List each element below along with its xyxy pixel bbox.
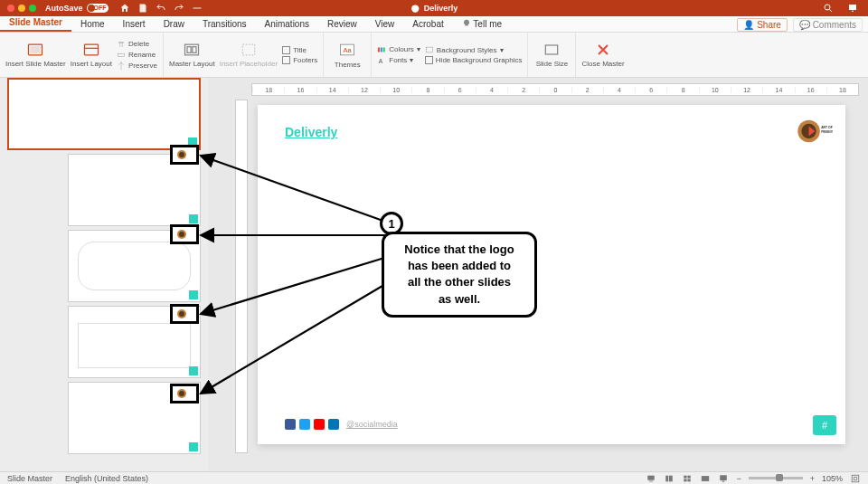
thumbnail-badge-icon [189, 366, 198, 375]
close-master-button[interactable]: Close Master [581, 41, 624, 69]
tab-home[interactable]: Home [71, 16, 114, 32]
twitter-icon[interactable] [299, 419, 310, 430]
home-icon[interactable] [119, 3, 130, 14]
close-icon [594, 41, 612, 59]
tab-acrobat[interactable]: Acrobat [403, 16, 452, 32]
status-view-label: Slide Master [7, 474, 52, 483]
master-layout-button[interactable]: Master Layout [169, 41, 215, 69]
search-icon[interactable] [823, 3, 834, 14]
checkbox-icon [282, 56, 290, 64]
vertical-ruler[interactable] [235, 100, 248, 453]
themes-button[interactable]: Aa Themes [329, 41, 365, 69]
slide-thumbnails-panel [0, 78, 208, 471]
preserve-button[interactable]: Preserve [117, 62, 157, 71]
slide-canvas[interactable]: Deliverly ART OF PRESENTATIONS @socialme… [258, 105, 845, 444]
qat-more-icon[interactable] [192, 3, 203, 14]
social-handle-text[interactable]: @socialmedia [346, 420, 398, 429]
comments-button[interactable]: 💬 Comments [793, 18, 863, 32]
close-window-icon[interactable] [7, 5, 14, 12]
ribbon-group-edit-theme: Aa Themes [324, 33, 372, 77]
tab-review[interactable]: Review [318, 16, 366, 32]
notes-view-icon[interactable] [646, 474, 656, 483]
linkedin-icon[interactable] [328, 419, 339, 430]
autosave-toggle[interactable]: OFF [87, 4, 108, 13]
tab-animations[interactable]: Animations [256, 16, 318, 32]
quick-access-toolbar [119, 3, 203, 14]
company-logo[interactable]: ART OF PRESENTATIONS [795, 118, 833, 145]
share-button[interactable]: 👤 Share [737, 18, 787, 32]
hide-background-checkbox[interactable]: Hide Background Graphics [425, 56, 523, 64]
zoom-in-button[interactable]: + [810, 474, 815, 483]
ribbon-group-size: Slide Size [528, 33, 576, 77]
slide-number-badge[interactable] [813, 415, 836, 435]
insert-layout-icon [82, 41, 100, 59]
footers-checkbox[interactable]: Footers [282, 56, 317, 64]
svg-rect-15 [381, 47, 382, 52]
mini-logo-icon [176, 149, 193, 160]
svg-rect-44 [684, 479, 687, 481]
insert-slide-master-label: Insert Slide Master [5, 61, 66, 69]
tell-me-search[interactable]: Tell me [453, 16, 511, 32]
svg-point-37 [179, 391, 184, 396]
rename-button[interactable]: Rename [117, 51, 157, 60]
present-icon[interactable] [846, 3, 859, 14]
tab-transitions[interactable]: Transitions [193, 16, 256, 32]
zoom-out-button[interactable]: − [736, 474, 741, 483]
svg-rect-14 [378, 47, 380, 52]
slide-title-placeholder[interactable]: Deliverly [285, 125, 337, 139]
svg-rect-42 [684, 475, 687, 478]
themes-icon: Aa [338, 41, 356, 59]
minimize-window-icon[interactable] [18, 5, 25, 12]
tab-insert[interactable]: Insert [114, 16, 155, 32]
redo-icon[interactable] [174, 3, 184, 14]
reading-view-icon[interactable] [700, 474, 711, 483]
delete-button[interactable]: Delete [117, 40, 157, 49]
facebook-icon[interactable] [285, 419, 296, 430]
status-language[interactable]: English (United States) [65, 474, 148, 483]
save-icon[interactable] [137, 3, 148, 14]
insert-placeholder-button[interactable]: Insert Placeholder [220, 41, 278, 69]
slide-size-label: Slide Size [536, 61, 569, 69]
tab-view[interactable]: View [366, 16, 404, 32]
sorter-view-icon[interactable] [682, 474, 693, 483]
social-icons-row: @socialmedia [285, 419, 398, 430]
titlebar-right [823, 3, 868, 14]
autosave-state: OFF [94, 5, 107, 11]
slideshow-view-icon[interactable] [718, 474, 729, 483]
slide-size-button[interactable]: Slide Size [533, 41, 570, 69]
share-label: Share [757, 20, 781, 30]
menu-tabs: Slide Master Home Insert Draw Transition… [0, 16, 868, 33]
zoom-slider[interactable] [749, 477, 803, 479]
normal-view-icon[interactable] [664, 474, 675, 483]
insert-slide-master-button[interactable]: Insert Slide Master [5, 41, 66, 69]
tab-draw[interactable]: Draw [155, 16, 193, 32]
tab-slide-master[interactable]: Slide Master [0, 14, 71, 32]
undo-icon[interactable] [156, 3, 166, 14]
svg-rect-43 [688, 475, 691, 478]
title-checkbox[interactable]: Title [282, 46, 317, 54]
annotation-text: has been added to [397, 258, 522, 274]
document-title-text: Deliverly [424, 4, 458, 13]
youtube-icon[interactable] [314, 419, 325, 430]
fit-to-window-icon[interactable] [850, 474, 861, 483]
insert-layout-label: Insert Layout [71, 61, 112, 69]
svg-point-1 [411, 5, 419, 12]
master-slide-thumbnail[interactable] [7, 78, 201, 150]
zoom-level[interactable]: 105% [822, 474, 843, 483]
colours-button[interactable]: Colours ▾ [377, 45, 420, 54]
insert-layout-button[interactable]: Insert Layout [71, 41, 112, 69]
annotation-text: Notice that the logo [397, 242, 522, 258]
autosave-label: AutoSave [45, 4, 83, 13]
background-styles-button[interactable]: Background Styles ▾ [425, 45, 523, 54]
maximize-window-icon[interactable] [29, 5, 36, 12]
svg-point-35 [179, 311, 184, 317]
fonts-button[interactable]: AFonts ▾ [377, 56, 420, 65]
horizontal-ruler[interactable]: 18161412108642024681012141618 [251, 83, 859, 96]
svg-rect-45 [688, 479, 691, 481]
tell-me-label: Tell me [473, 19, 502, 29]
titlebar: AutoSave OFF Deliverly [0, 0, 868, 16]
layout-thumbnail[interactable] [68, 154, 201, 226]
svg-rect-11 [242, 44, 254, 55]
ribbon-group-close: Close Master [576, 33, 629, 77]
master-layout-icon [183, 41, 201, 59]
